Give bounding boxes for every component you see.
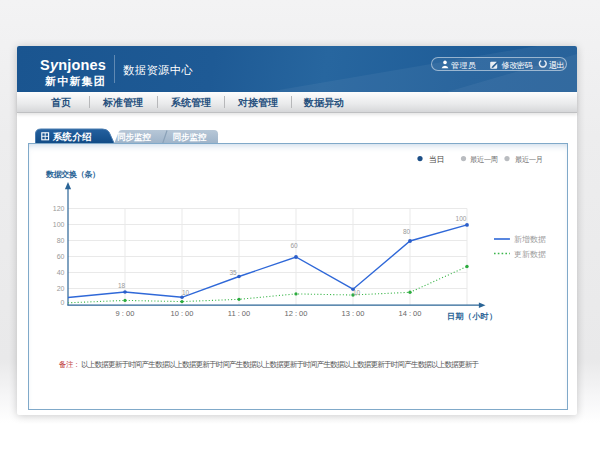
svg-text:日期（小时）: 日期（小时） xyxy=(447,311,497,320)
svg-text:60: 60 xyxy=(290,242,298,249)
svg-text:14 : 00: 14 : 00 xyxy=(399,309,422,318)
svg-text:35: 35 xyxy=(229,269,237,276)
svg-text:80: 80 xyxy=(57,237,65,244)
svg-text:40: 40 xyxy=(57,269,65,276)
svg-text:20: 20 xyxy=(57,285,65,292)
svg-text:同步监控: 同步监控 xyxy=(173,132,208,142)
svg-text:10: 10 xyxy=(353,288,361,295)
svg-text:当日: 当日 xyxy=(429,154,445,163)
svg-text:退出: 退出 xyxy=(549,60,565,70)
svg-text:100: 100 xyxy=(456,214,467,221)
svg-text:10 : 00: 10 : 00 xyxy=(171,309,194,318)
svg-text:最近一月: 最近一月 xyxy=(515,154,543,163)
svg-text:新增数据: 新增数据 xyxy=(514,235,546,244)
svg-text:数据交换（条）: 数据交换（条） xyxy=(45,169,100,178)
svg-text:12 : 00: 12 : 00 xyxy=(285,309,308,318)
svg-text:系统介绍: 系统介绍 xyxy=(53,131,93,142)
svg-text:同步监控: 同步监控 xyxy=(117,132,152,142)
svg-text:80: 80 xyxy=(403,228,411,235)
svg-text:备注：: 备注： xyxy=(59,359,81,368)
svg-text:100: 100 xyxy=(53,221,65,228)
svg-text:更新数据: 更新数据 xyxy=(514,249,546,258)
svg-text:最近一周: 最近一周 xyxy=(470,154,498,163)
svg-text:0: 0 xyxy=(61,299,65,306)
svg-text:13 : 00: 13 : 00 xyxy=(342,309,365,318)
svg-text:修改密码: 修改密码 xyxy=(502,61,533,70)
svg-text:120: 120 xyxy=(53,205,65,212)
svg-text:11 : 00: 11 : 00 xyxy=(228,309,250,318)
svg-text:以上数据更新于时间产生数据以上数据更新于时间产生数据以上数据: 以上数据更新于时间产生数据以上数据更新于时间产生数据以上数据更新于时间产生数据以… xyxy=(81,359,480,368)
svg-text:18: 18 xyxy=(118,281,126,288)
svg-text:9 : 00: 9 : 00 xyxy=(116,309,135,318)
svg-text:60: 60 xyxy=(57,253,65,260)
svg-text:管理员: 管理员 xyxy=(451,61,476,70)
svg-text:10: 10 xyxy=(182,289,190,296)
